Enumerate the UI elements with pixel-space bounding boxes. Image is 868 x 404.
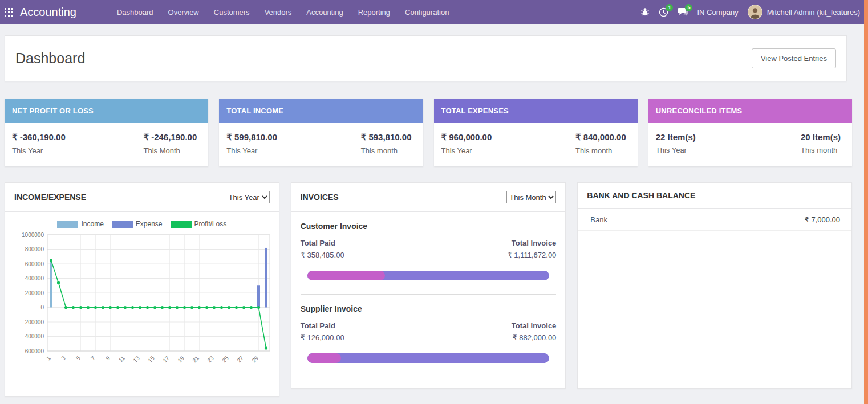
- svg-text:13: 13: [132, 354, 141, 364]
- company-switcher[interactable]: IN Company: [697, 8, 738, 17]
- kpi-card-total-expenses: TOTAL EXPENSES ₹ 960,000.00 This Year ₹ …: [434, 99, 638, 166]
- kpi-primary-label: This Year: [656, 146, 696, 154]
- svg-text:27: 27: [236, 354, 245, 364]
- kpi-secondary-label: This month: [575, 146, 626, 155]
- kpi-title: TOTAL INCOME: [219, 99, 423, 123]
- nav-item-configuration[interactable]: Configuration: [398, 0, 456, 24]
- page-header: Dashboard View Posted Entries: [5, 35, 847, 81]
- income-expense-panel: INCOME/EXPENSE This Year Income Expense …: [5, 182, 279, 397]
- kpi-secondary-value: 20 Item(s): [801, 132, 841, 142]
- kpi-primary-label: This Year: [441, 146, 492, 155]
- kpi-title: UNRECONCILED ITEMS: [648, 99, 852, 123]
- kpi-card-unreconciled-items: UNRECONCILED ITEMS 22 Item(s) This Year …: [648, 99, 852, 166]
- main-menu: Dashboard Overview Customers Vendors Acc…: [109, 0, 456, 24]
- svg-text:600000: 600000: [25, 261, 44, 267]
- svg-text:19: 19: [176, 354, 185, 364]
- total-paid-value: ₹ 126,000.00: [301, 333, 344, 342]
- income-expense-title: INCOME/EXPENSE: [14, 193, 86, 202]
- view-posted-entries-button[interactable]: View Posted Entries: [752, 48, 836, 68]
- legend-income-label: Income: [81, 220, 103, 228]
- section-divider: [301, 294, 557, 295]
- svg-text:1000000: 1000000: [22, 232, 44, 238]
- kpi-primary-label: This Year: [12, 146, 66, 155]
- supplier-invoice-section: Supplier Invoice Total Paid ₹ 126,000.00…: [301, 304, 557, 363]
- total-invoice-label: Total Invoice: [512, 321, 557, 330]
- activities-clock-icon[interactable]: 1: [659, 7, 668, 17]
- total-paid-label: Total Paid: [301, 321, 344, 330]
- nav-item-accounting[interactable]: Accounting: [299, 0, 350, 24]
- page-title: Dashboard: [15, 50, 85, 67]
- vertical-scrollbar[interactable]: [864, 0, 868, 404]
- messages-chat-icon[interactable]: 5: [678, 7, 688, 17]
- nav-item-dashboard[interactable]: Dashboard: [109, 0, 161, 24]
- svg-text:1: 1: [45, 354, 52, 361]
- customer-invoice-section: Customer Invoice Total Paid ₹ 358,485.00…: [301, 222, 557, 280]
- customer-invoice-heading: Customer Invoice: [301, 222, 557, 231]
- kpi-secondary-label: This month: [361, 146, 412, 155]
- nav-item-reporting[interactable]: Reporting: [351, 0, 398, 24]
- legend-income: Income: [57, 220, 103, 228]
- invoices-panel: INVOICES This Month Customer Invoice Tot…: [291, 182, 566, 389]
- total-paid-label: Total Paid: [301, 239, 344, 247]
- svg-text:800000: 800000: [25, 246, 44, 252]
- bank-balance-value: ₹ 7,000.00: [805, 215, 841, 224]
- svg-text:-200000: -200000: [23, 319, 44, 325]
- svg-text:200000: 200000: [25, 290, 44, 296]
- user-menu[interactable]: Mitchell Admin (kit_features): [748, 5, 860, 19]
- svg-text:0: 0: [40, 304, 44, 311]
- legend-expense: Expense: [112, 220, 163, 228]
- total-invoice-value: ₹ 1,111,672.00: [507, 251, 556, 259]
- customer-invoice-progress-fill: [307, 271, 385, 280]
- income-expense-chart: 10000008000006000004000002000000-200000-…: [9, 230, 275, 374]
- total-paid-value: ₹ 358,485.00: [301, 251, 344, 259]
- income-swatch-icon: [57, 221, 78, 228]
- kpi-row: NET PROFIT OR LOSS ₹ -360,190.00 This Ye…: [5, 99, 852, 166]
- kpi-secondary-value: ₹ 840,000.00: [575, 132, 626, 142]
- expense-swatch-icon: [112, 221, 133, 228]
- bank-cash-panel: BANK AND CASH BALANCE Bank ₹ 7,000.00: [577, 182, 852, 389]
- app-title: Accounting: [20, 6, 76, 19]
- svg-text:-400000: -400000: [23, 333, 44, 340]
- svg-text:25: 25: [221, 354, 230, 364]
- svg-text:15: 15: [147, 354, 156, 364]
- kpi-title: NET PROFIT OR LOSS: [5, 99, 208, 123]
- svg-text:400000: 400000: [25, 275, 44, 281]
- svg-text:11: 11: [117, 354, 126, 363]
- nav-item-overview[interactable]: Overview: [161, 0, 206, 24]
- nav-item-customers[interactable]: Customers: [206, 0, 257, 24]
- total-invoice-value: ₹ 882,000.00: [512, 333, 557, 342]
- kpi-primary-value: ₹ 599,810.00: [226, 132, 277, 142]
- message-badge: 5: [685, 4, 692, 11]
- user-name: Mitchell Admin (kit_features): [767, 8, 860, 17]
- kpi-primary-value: 22 Item(s): [656, 132, 696, 142]
- invoices-period-select[interactable]: This Month: [506, 191, 556, 203]
- svg-text:7: 7: [90, 354, 96, 361]
- svg-text:23: 23: [206, 354, 215, 364]
- svg-text:17: 17: [161, 354, 171, 364]
- kpi-primary-value: ₹ -360,190.00: [12, 132, 66, 142]
- legend-expense-label: Expense: [136, 220, 163, 228]
- apps-grid-icon[interactable]: [5, 8, 13, 17]
- income-expense-period-select[interactable]: This Year: [226, 191, 270, 203]
- nav-item-vendors[interactable]: Vendors: [257, 0, 299, 24]
- svg-text:21: 21: [191, 354, 200, 364]
- kpi-secondary-value: ₹ 593,810.00: [361, 132, 412, 142]
- top-nav: Accounting Dashboard Overview Customers …: [0, 0, 868, 24]
- profit-loss-swatch-icon: [171, 221, 192, 228]
- customer-invoice-progress-bar: [307, 271, 550, 280]
- kpi-card-total-income: TOTAL INCOME ₹ 599,810.00 This Year ₹ 59…: [219, 99, 423, 166]
- kpi-secondary-label: This month: [801, 146, 841, 154]
- kpi-primary-value: ₹ 960,000.00: [441, 132, 492, 142]
- dashboard-panels: INCOME/EXPENSE This Year Income Expense …: [5, 182, 852, 397]
- kpi-primary-label: This Year: [226, 146, 277, 155]
- user-avatar-icon: [748, 5, 762, 19]
- bank-journal-link[interactable]: Bank: [590, 215, 607, 224]
- kpi-secondary-value: ₹ -246,190.00: [143, 132, 197, 142]
- debug-bug-icon[interactable]: [640, 7, 650, 17]
- bank-row[interactable]: Bank ₹ 7,000.00: [578, 209, 851, 231]
- activity-badge: 1: [666, 4, 673, 11]
- total-invoice-label: Total Invoice: [507, 239, 556, 247]
- chart-legend: Income Expense Profit/Loss: [5, 220, 279, 228]
- kpi-secondary-label: This Month: [143, 146, 197, 155]
- kpi-title: TOTAL EXPENSES: [434, 99, 638, 123]
